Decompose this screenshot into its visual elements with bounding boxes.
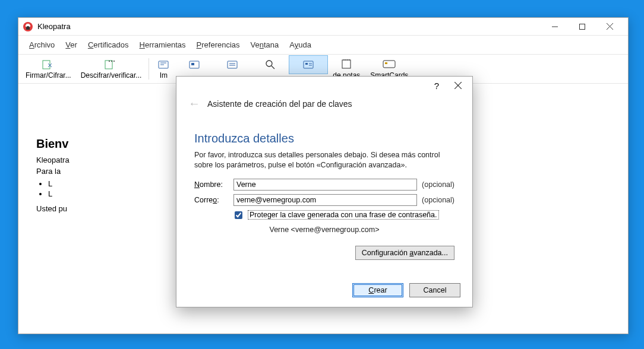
svg-rect-19 [385,62,387,64]
svg-rect-4 [43,61,50,69]
menu-ventana[interactable]: Ventana [246,38,284,52]
dialog-help-button[interactable]: ? [426,77,447,94]
keypair-wizard-dialog: ? ← Asistente de creación del par de cla… [176,76,473,307]
toolbar-card3-button[interactable] [289,56,327,74]
menu-label: Ve [251,40,260,49]
menu-label: uda [298,40,311,49]
create-button[interactable]: Crear [352,283,403,297]
minimize-icon [552,24,558,30]
menu-certificados[interactable]: Certificados [83,38,134,52]
name-label: Nombre: [194,180,229,189]
svg-rect-5 [105,61,112,69]
section-heading: Introduzca detalles [194,132,454,145]
notes-icon [339,58,353,70]
maximize-button[interactable] [569,18,596,36]
menu-archivo[interactable]: Archivo [24,38,59,52]
intro-text: Por favor, introduzca sus detalles perso… [194,150,454,170]
svg-point-6 [109,61,110,62]
name-input[interactable] [233,179,417,191]
titlebar: Kleopatra [18,18,628,36]
menu-label: erramientas [145,40,186,49]
menu-label: tana [264,40,279,49]
menu-herramientas[interactable]: Herramientas [135,38,191,52]
toolbar-card1-button[interactable] [175,56,213,74]
svg-rect-16 [305,63,308,65]
back-icon[interactable]: ← [188,97,200,110]
svg-rect-12 [228,61,237,68]
svg-point-7 [111,61,112,62]
card3-icon [301,58,315,70]
email-input[interactable] [233,194,417,206]
svg-line-14 [272,66,274,69]
dialog-titlebar: ? [176,77,472,94]
toolbar-card2-button[interactable] [213,56,251,74]
protect-checkbox[interactable] [235,211,242,219]
toolbar-label: Im [160,71,168,80]
protect-row: Proteger la clave generada con una frase… [232,210,454,221]
email-row: Correo: (opcional) [194,194,454,206]
minimize-button[interactable] [541,18,569,36]
dialog-header: ← Asistente de creación del par de clave… [176,94,472,118]
menu-ayuda[interactable]: Ayuda [285,38,316,52]
email-label: Correo: [194,196,229,204]
maximize-icon [579,24,585,30]
svg-rect-11 [191,63,194,65]
decrypt-verify-icon [104,58,118,70]
svg-point-8 [113,61,115,62]
cancel-button[interactable]: Cancel [409,283,460,297]
menu-ver[interactable]: Ver [61,38,82,52]
dialog-title: Asistente de creación del par de claves [207,99,352,109]
smartcard-icon [382,58,396,70]
close-icon [454,82,462,89]
advanced-row: Configuración avanzada... [194,246,454,260]
import-button[interactable]: Im [151,56,175,82]
desktop: Kleopatra Archivo Ver Certificados Herra… [0,0,644,349]
svg-rect-17 [342,60,351,68]
import-icon [156,58,171,70]
identity-preview: Verne <verne@vernegroup.com> [194,226,454,234]
name-row: Nombre: (opcional) [194,179,454,191]
dialog-body: Introduzca detalles Por favor, introduzc… [176,118,472,274]
window-title: Kleopatra [37,22,71,31]
menubar: Archivo Ver Certificados Herramientas Pr… [18,36,628,54]
search-icon [263,58,277,70]
dialog-buttons: Crear Cancel [176,274,472,307]
svg-rect-1 [580,24,585,29]
svg-rect-15 [304,61,313,68]
menu-label: rchivo [34,40,55,49]
card2-icon [225,58,239,70]
app-icon [23,22,33,31]
help-icon: ? [434,81,439,91]
menu-label: er [70,40,77,49]
svg-point-13 [266,61,272,66]
protect-label[interactable]: Proteger la clave generada con una frase… [248,210,439,220]
close-icon [607,23,613,30]
sign-encrypt-icon [41,58,55,70]
menu-label: A [289,40,294,49]
toolbar-label: Descifrar/verificar... [81,71,142,80]
close-button[interactable] [596,18,623,36]
toolbar-separator [149,58,149,80]
optional-hint: (opcional) [422,196,454,204]
toolbar-label: Firmar/Cifrar... [26,71,71,80]
card1-icon [187,58,201,70]
window-controls [541,18,623,36]
sign-encrypt-button[interactable]: Firmar/Cifrar... [21,56,76,82]
toolbar-search-button[interactable] [251,56,289,74]
menu-label: ertificados [93,40,128,49]
dialog-close-button[interactable] [447,77,469,94]
decrypt-verify-button[interactable]: Descifrar/verificar... [76,56,147,82]
advanced-config-button[interactable]: Configuración avanzada... [355,246,454,260]
menu-preferencias[interactable]: Preferencias [192,38,245,52]
menu-label: referencias [201,40,239,49]
optional-hint: (opcional) [422,180,454,189]
